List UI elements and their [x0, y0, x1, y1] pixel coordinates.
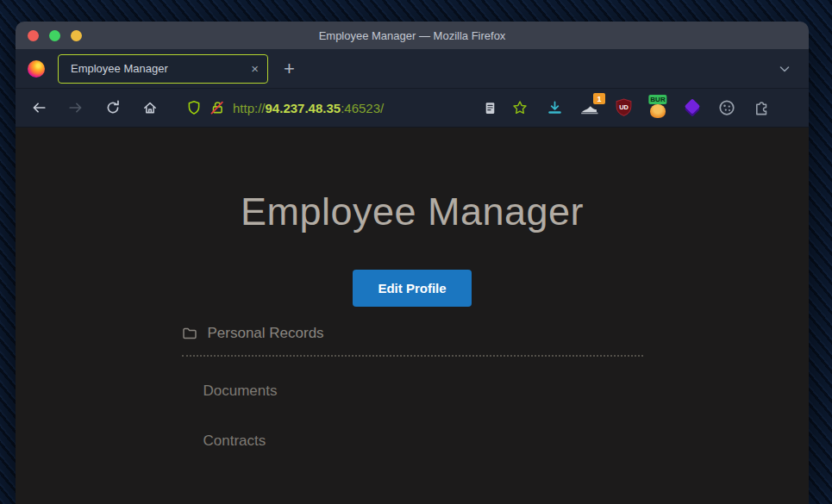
ud-shield-extension-icon[interactable]: UD: [612, 96, 635, 119]
foxyproxy-profile-label: BUR: [648, 95, 666, 104]
retirejs-badge: 1: [593, 93, 605, 104]
wappalyzer-extension-icon[interactable]: [681, 96, 704, 119]
dotted-divider: [182, 355, 643, 357]
url-port-path: :46523/: [341, 101, 384, 115]
edit-profile-button[interactable]: Edit Profile: [353, 270, 471, 307]
tab-title: Employee Manager: [71, 62, 244, 75]
folder-personal-records[interactable]: Personal Records: [182, 325, 643, 342]
menu-hamburger-icon[interactable]: [785, 96, 798, 119]
back-button[interactable]: [26, 95, 52, 121]
reader-view-icon[interactable]: [479, 96, 501, 119]
window-title: Employee Manager — Mozilla Firefox: [16, 29, 809, 42]
foxyproxy-extension-icon[interactable]: BUR: [647, 96, 669, 119]
url-text[interactable]: http://94.237.48.35:46523/: [233, 101, 384, 115]
reload-button[interactable]: [100, 95, 126, 121]
bookmark-star-icon[interactable]: [509, 96, 531, 119]
firefox-logo-icon: [28, 60, 45, 78]
retirejs-extension-icon[interactable]: 1: [578, 96, 600, 119]
foxyproxy-fox-face-icon: [650, 104, 666, 118]
page-title: Employee Manager: [182, 190, 643, 234]
cookie-editor-extension-icon[interactable]: [716, 96, 738, 119]
extensions-puzzle-icon[interactable]: [750, 96, 773, 119]
url-bar[interactable]: http://94.237.48.35:46523/: [174, 94, 535, 121]
window-maximize-button[interactable]: [49, 30, 60, 41]
link-documents[interactable]: Documents: [182, 383, 643, 400]
folder-label: Personal Records: [208, 325, 324, 342]
new-tab-button[interactable]: +: [284, 59, 295, 78]
link-contracts[interactable]: Contracts: [182, 432, 643, 450]
home-button[interactable]: [137, 95, 163, 121]
page-content: Employee Manager Edit Profile Personal R…: [16, 128, 809, 504]
window-controls: [28, 22, 82, 49]
button-row: Edit Profile: [182, 270, 643, 307]
tracking-protection-shield-icon[interactable]: [186, 100, 202, 115]
extension-icons: 1 UD BUR: [543, 96, 798, 119]
tab-employee-manager[interactable]: Employee Manager ×: [58, 54, 268, 84]
list-all-tabs-chevron-icon[interactable]: [778, 62, 791, 76]
window-minimize-button[interactable]: [71, 30, 82, 41]
window-titlebar[interactable]: Employee Manager — Mozilla Firefox: [16, 22, 809, 49]
folder-icon: [182, 326, 197, 341]
tab-strip: Employee Manager × +: [16, 49, 809, 89]
firefox-window: Employee Manager — Mozilla Firefox Emplo…: [16, 22, 809, 504]
url-scheme: http://: [233, 101, 266, 115]
tab-close-icon[interactable]: ×: [244, 61, 259, 76]
window-close-button[interactable]: [28, 30, 39, 41]
forward-button[interactable]: [63, 95, 89, 121]
url-host: 94.237.48.35: [266, 101, 341, 115]
page-container: Employee Manager Edit Profile Personal R…: [182, 190, 643, 450]
insecure-connection-lock-icon[interactable]: [210, 100, 225, 115]
ud-shield-label: UD: [619, 103, 629, 111]
downloads-icon[interactable]: [543, 96, 566, 119]
navigation-toolbar: http://94.237.48.35:46523/ 1 UD: [16, 89, 809, 128]
